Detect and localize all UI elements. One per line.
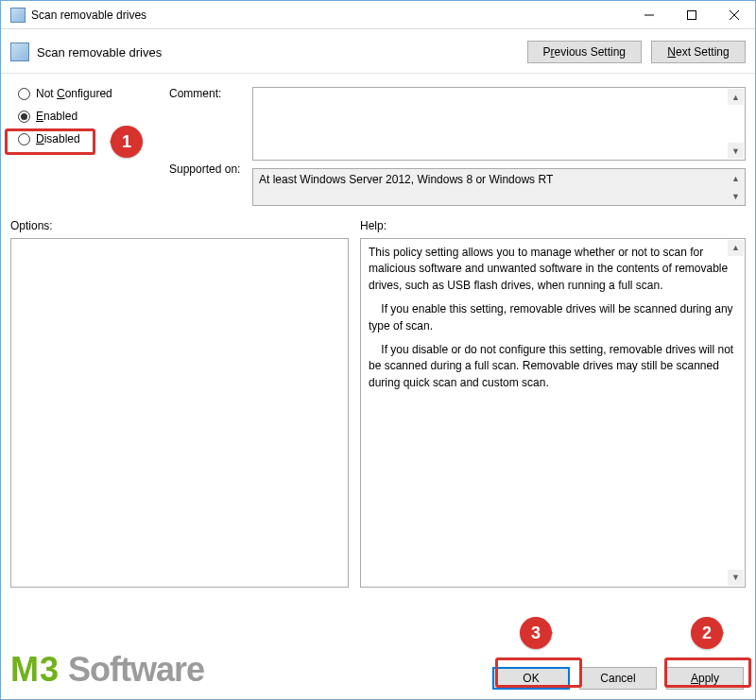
close-button[interactable]	[713, 1, 755, 28]
help-paragraph: This policy setting allows you to manage…	[369, 245, 737, 294]
next-setting-button[interactable]: Next Setting	[651, 41, 746, 63]
scroll-down-icon[interactable]: ▼	[728, 143, 744, 159]
annotation-badge-3: 3	[520, 617, 552, 649]
scroll-down-icon[interactable]: ▼	[728, 570, 744, 586]
policy-title: Scan removable drives	[37, 45, 162, 60]
policy-icon	[10, 43, 29, 61]
help-paragraph: If you disable or do not configure this …	[369, 342, 737, 391]
options-label: Options:	[10, 219, 360, 232]
comment-field[interactable]: ▲ ▼	[252, 87, 746, 161]
previous-setting-button[interactable]: Previous Setting	[527, 41, 642, 63]
state-radios: Not Configured Enabled Disabled	[18, 87, 160, 206]
ok-button[interactable]: OK	[492, 667, 570, 690]
radio-icon	[18, 133, 30, 145]
help-pane: This policy setting allows you to manage…	[360, 238, 746, 588]
options-pane[interactable]	[10, 238, 349, 588]
scroll-up-icon[interactable]: ▲	[728, 240, 744, 256]
dialog-footer: OK Cancel Apply	[492, 667, 744, 690]
radio-disabled[interactable]: Disabled	[18, 132, 160, 145]
settings-area: Not Configured Enabled Disabled Comment:…	[1, 74, 755, 212]
supported-on-field: At least Windows Server 2012, Windows 8 …	[252, 168, 746, 206]
header: Scan removable drives Previous Setting N…	[1, 29, 755, 74]
supported-on-text: At least Windows Server 2012, Windows 8 …	[259, 173, 553, 186]
comment-label: Comment:	[169, 87, 243, 100]
scroll-up-icon[interactable]: ▲	[728, 89, 744, 105]
window-title: Scan removable drives	[31, 9, 146, 22]
svg-rect-1	[687, 10, 696, 19]
help-paragraph: If you enable this setting, removable dr…	[369, 301, 737, 334]
app-icon	[10, 8, 26, 23]
watermark-logo: M3 Software	[10, 650, 204, 690]
supported-label: Supported on:	[169, 162, 243, 176]
title-bar: Scan removable drives	[1, 1, 755, 29]
help-label: Help:	[360, 219, 387, 232]
scroll-down-icon[interactable]: ▼	[728, 188, 744, 204]
maximize-button[interactable]	[670, 1, 713, 28]
cancel-button[interactable]: Cancel	[579, 667, 657, 690]
apply-button[interactable]: Apply	[666, 667, 744, 690]
minimize-button[interactable]	[627, 1, 670, 28]
radio-enabled[interactable]: Enabled	[18, 110, 160, 123]
radio-not-configured[interactable]: Not Configured	[18, 87, 160, 100]
scroll-up-icon[interactable]: ▲	[728, 170, 744, 186]
radio-icon	[18, 88, 30, 100]
annotation-badge-2: 2	[691, 617, 723, 649]
radio-icon	[18, 111, 30, 123]
